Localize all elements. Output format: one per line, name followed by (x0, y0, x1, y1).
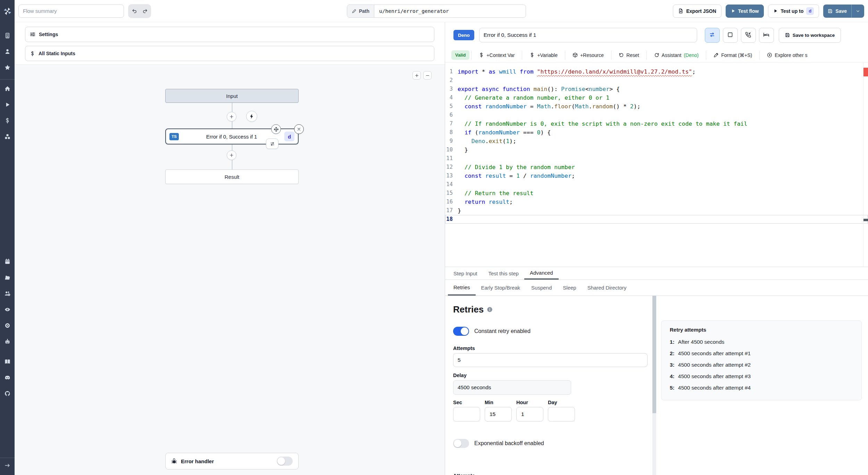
flow-summary-input[interactable] (18, 5, 124, 18)
code-line-7[interactable]: 7 // If randomNumber is 0, exit the scri… (445, 119, 868, 128)
delete-step-button[interactable] (294, 124, 304, 134)
redo-button[interactable] (140, 5, 150, 17)
resource-button[interactable]: +Resource (565, 48, 611, 62)
code-line-1[interactable]: 1import * as wmill from "https://deno.la… (445, 67, 868, 76)
sidebar-item-book[interactable] (2, 357, 13, 368)
zoom-in-button[interactable] (412, 71, 421, 80)
variable-button[interactable]: +Variable (522, 48, 565, 62)
info-icon[interactable] (487, 307, 493, 312)
step-title-input[interactable] (479, 28, 697, 42)
windmill-logo-icon[interactable] (0, 0, 15, 22)
save-to-workspace-button[interactable]: Save to workspace (779, 28, 841, 43)
phone-incoming-feature-button[interactable] (741, 28, 756, 43)
sidebar-item-eye[interactable] (2, 305, 13, 316)
code-line-6[interactable]: 6 (445, 111, 868, 119)
day-input[interactable] (548, 407, 575, 422)
square-feature-button[interactable] (723, 28, 738, 43)
subtab-shared-directory[interactable]: Shared Directory (582, 280, 632, 295)
export-json-button[interactable]: Export JSON (673, 5, 721, 18)
trigger-bolt-button[interactable] (246, 111, 257, 122)
users-gear-icon (5, 291, 10, 298)
code-line-2[interactable]: 2 (445, 76, 868, 85)
move-step-handle[interactable] (271, 124, 281, 134)
reset-button[interactable]: Reset (611, 48, 646, 62)
sidebar-item-discord[interactable] (2, 373, 13, 384)
retry-attempt-row: 1:After 4500 seconds (670, 336, 853, 348)
sidebar-collapse[interactable] (0, 458, 15, 475)
code-editor[interactable]: 1import * as wmill from "https://deno.la… (445, 62, 868, 267)
sidebar-item-github[interactable] (2, 389, 13, 400)
tab-advanced[interactable]: Advanced (524, 267, 559, 280)
sidebar-item-folder-open[interactable] (2, 273, 13, 284)
attempts-input[interactable] (453, 353, 648, 367)
sidebar-item-building[interactable] (2, 31, 13, 42)
code-line-13[interactable]: 13 const result = 1 / randomNumber; (445, 172, 868, 180)
subtab-early-stop-break[interactable]: Early Stop/Break (476, 280, 526, 295)
error-handler-box[interactable]: Error handler (165, 453, 299, 469)
sidebar-item-robot[interactable] (2, 336, 13, 348)
content-scrollbar[interactable] (652, 296, 656, 475)
code-line-17[interactable]: 17} (445, 206, 868, 215)
code-line-4[interactable]: 4 // Generate a random number, either 0 … (445, 93, 868, 102)
min-input[interactable] (485, 407, 512, 422)
sidebar-item-home[interactable] (2, 84, 13, 95)
sidebar-item-boxes[interactable] (2, 132, 13, 143)
flow-settings-button[interactable]: Settings (25, 27, 434, 42)
assistant-button[interactable]: Assistant (Deno) (647, 48, 706, 62)
add-step-button[interactable] (227, 150, 236, 160)
subtab-suspend[interactable]: Suspend (526, 280, 557, 295)
test-flow-button[interactable]: Test flow (726, 5, 764, 18)
format-s-button[interactable]: Format (⌘+S) (706, 48, 759, 62)
code-line-11[interactable]: 11 (445, 154, 868, 163)
test-up-to-button[interactable]: Test up to d (768, 5, 819, 18)
zoom-out-button[interactable] (423, 71, 432, 80)
subtab-sleep[interactable]: Sleep (557, 280, 582, 295)
sidebar-group-2 (2, 257, 13, 348)
sidebar-item-gear[interactable] (2, 320, 13, 332)
sidebar-item-users-gear[interactable] (2, 289, 13, 300)
save-dropdown-button[interactable] (852, 5, 864, 18)
sidebar-item-user[interactable] (2, 47, 13, 58)
tab-test-this-step[interactable]: Test this step (483, 267, 524, 280)
save-button[interactable]: Save (823, 5, 852, 18)
context-var-button[interactable]: +Context Var (471, 48, 522, 62)
retry-indicator-button[interactable] (266, 139, 278, 149)
sec-input[interactable] (453, 407, 480, 422)
result-node[interactable]: Result (165, 169, 299, 184)
input-node[interactable]: Input (165, 89, 299, 103)
all-static-inputs-button[interactable]: All Static Inputs (25, 46, 434, 61)
language-badge[interactable]: Deno (453, 30, 474, 40)
tab-step-input[interactable]: Step Input (448, 267, 483, 280)
sidebar-item-dollar[interactable] (2, 116, 13, 127)
code-line-9[interactable]: 9 Deno.exit(1); (445, 137, 868, 145)
code-line-16[interactable]: 16 return result; (445, 198, 868, 206)
pen-icon (713, 52, 719, 58)
exponential-backoff-toggle[interactable] (453, 439, 469, 448)
sidebar-item-star[interactable] (2, 62, 13, 74)
code-line-18[interactable]: 18 (445, 215, 868, 224)
undo-button[interactable] (129, 5, 140, 17)
error-handler-toggle[interactable] (277, 457, 293, 466)
hour-input[interactable] (516, 407, 543, 422)
subtab-retries[interactable]: Retries (448, 280, 476, 295)
repeat-feature-button[interactable] (705, 28, 720, 43)
path-editor[interactable]: Path u/henri/error_generator (347, 5, 526, 18)
scrollbar-thumb[interactable] (652, 296, 656, 413)
code-line-8[interactable]: 8 if (randomNumber === 0) { (445, 128, 868, 137)
code-line-10[interactable]: 10 } (445, 145, 868, 154)
add-step-button[interactable] (227, 112, 236, 122)
explore-other-s-button[interactable]: Explore other s (760, 48, 815, 62)
code-line-12[interactable]: 12 // Divide 1 by the random number (445, 163, 868, 172)
code-line-5[interactable]: 5 const randomNumber = Math.floor(Math.r… (445, 102, 868, 111)
code-line-14[interactable]: 14 (445, 180, 868, 189)
code-line-15[interactable]: 15 // Return the result (445, 189, 868, 198)
sidebar-item-play[interactable] (2, 100, 13, 111)
code-line-3[interactable]: 3export async function main(): Promise<n… (445, 85, 868, 93)
bed-feature-button[interactable] (759, 28, 774, 43)
constant-retry-toggle[interactable] (453, 327, 469, 336)
sidebar-item-calendar[interactable] (2, 257, 13, 268)
delay-input[interactable] (453, 380, 571, 395)
flow-canvas[interactable]: Input TS Error if 0, Success if 1 d (15, 64, 445, 475)
step-node-selected[interactable]: TS Error if 0, Success if 1 d (165, 128, 299, 144)
play-icon (773, 9, 778, 13)
